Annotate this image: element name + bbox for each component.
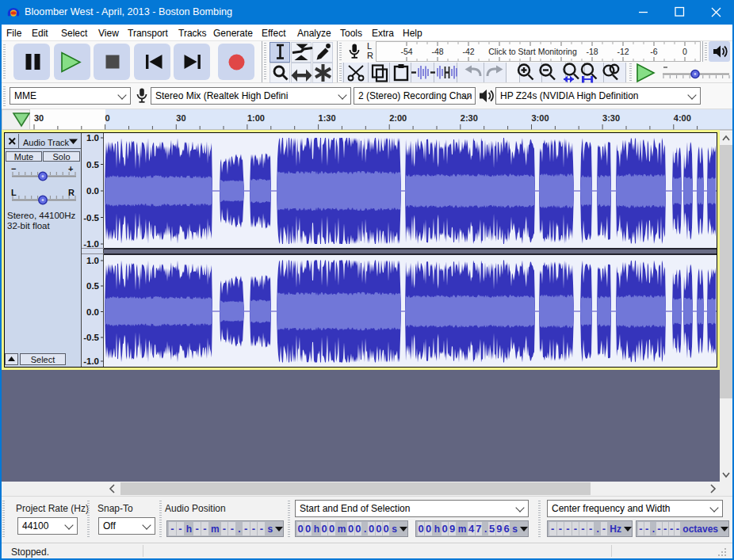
svg-text:1.0: 1.0 <box>86 256 99 265</box>
svg-text:0: 0 <box>105 113 110 123</box>
svg-text:30: 30 <box>34 113 44 123</box>
svg-text:-6: -6 <box>650 47 657 56</box>
svg-text:1:00: 1:00 <box>247 113 265 123</box>
svg-text:30: 30 <box>176 113 185 123</box>
svg-text:0.0: 0.0 <box>86 307 99 317</box>
svg-text:0.5: 0.5 <box>86 281 100 291</box>
svg-text:-54: -54 <box>400 47 412 56</box>
svg-text:3:30: 3:30 <box>602 113 620 123</box>
svg-text:-18: -18 <box>586 47 598 56</box>
svg-text:-1.0: -1.0 <box>83 356 99 366</box>
svg-text:-0.5: -0.5 <box>83 213 99 223</box>
svg-text:-48: -48 <box>431 47 443 56</box>
svg-text:-12: -12 <box>617 47 629 56</box>
svg-text:-42: -42 <box>462 47 474 56</box>
svg-text:1.0: 1.0 <box>86 133 99 143</box>
svg-text:3:00: 3:00 <box>532 113 549 123</box>
svg-text:4:00: 4:00 <box>674 113 691 123</box>
svg-text:2:00: 2:00 <box>389 113 407 123</box>
svg-text:0.0: 0.0 <box>86 186 99 196</box>
svg-text:Click to Start Monitoring: Click to Start Monitoring <box>488 47 577 56</box>
svg-text:0: 0 <box>682 47 687 56</box>
svg-text:2:30: 2:30 <box>461 113 478 123</box>
svg-text:1:30: 1:30 <box>319 113 336 123</box>
svg-text:0.5: 0.5 <box>86 160 100 170</box>
svg-text:-1.0: -1.0 <box>83 239 99 249</box>
svg-text:-0.5: -0.5 <box>83 333 99 342</box>
